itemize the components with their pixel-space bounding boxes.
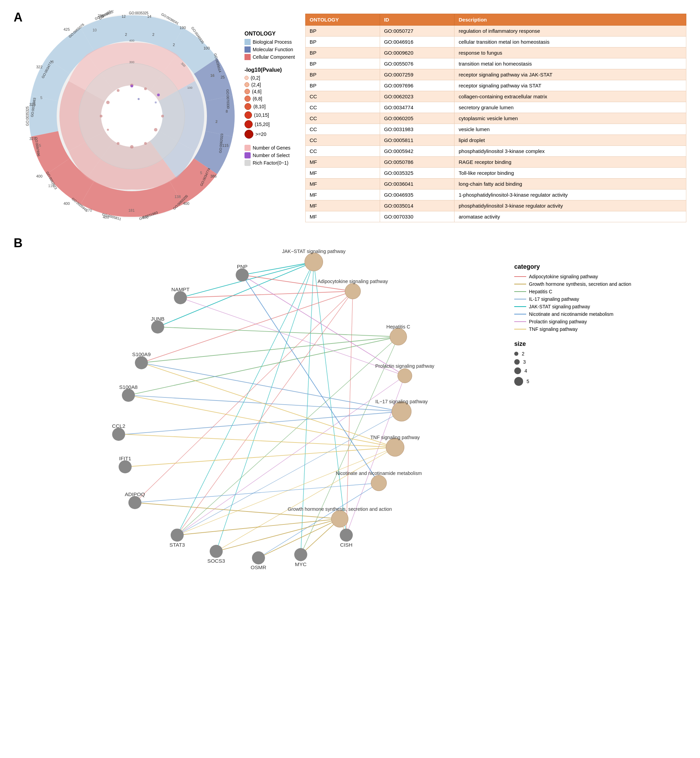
cell-0-1: GO:0050727 — [380, 26, 455, 36]
panel-a: A — [14, 10, 686, 222]
label-STAT3: STAT3 — [169, 542, 185, 548]
svg-text:181: 181 — [128, 208, 134, 213]
gene-CCL2 — [112, 428, 125, 441]
cat-line-tnf — [514, 329, 526, 330]
num-genes-color — [244, 145, 251, 151]
svg-text:2: 2 — [173, 43, 175, 47]
pvalue-8-10: (8,10] — [244, 103, 295, 110]
svg-text:322: 322 — [36, 65, 42, 69]
svg-text:GO:0070330: GO:0070330 — [226, 89, 230, 109]
label-prolactin: Prolactin signaling pathway — [375, 363, 435, 369]
cell-4-1: GO:0007259 — [380, 69, 455, 80]
pvalue-15-20: (15,20] — [244, 120, 295, 128]
table-row: MFGO:0035325Toll-like receptor binding — [305, 168, 686, 178]
svg-text:280: 280 — [98, 14, 104, 18]
cell-17-0: MF — [305, 211, 380, 222]
category-legend: category Adipocytokine signaling pathway… — [514, 236, 631, 389]
svg-text:386: 386 — [210, 174, 217, 178]
svg-text:170: 170 — [86, 208, 92, 213]
legend-item-cc: Cellular Component — [244, 54, 295, 60]
svg-text:400: 400 — [142, 215, 148, 219]
cat-line-il17 — [514, 299, 526, 299]
svg-point-4 — [101, 85, 162, 147]
pvalue-6-8-label: (6,8] — [253, 96, 262, 102]
svg-text:400: 400 — [129, 39, 134, 42]
gene-IFIT1 — [119, 460, 131, 473]
col-id: ID — [380, 14, 455, 26]
label-S100A9: S100A9 — [132, 351, 151, 357]
svg-text:400: 400 — [103, 215, 109, 219]
dot-2-4 — [244, 82, 249, 87]
cell-11-0: CC — [305, 146, 380, 157]
pvalue-0-2: (0,2] — [244, 75, 295, 81]
go-table-container: ONTOLOGY ID Description BPGO:0050727regu… — [305, 14, 686, 222]
svg-text:325: 325 — [30, 102, 36, 106]
svg-text:5: 5 — [39, 144, 41, 147]
pathway-jak-stat — [305, 253, 323, 271]
svg-point-11 — [100, 115, 102, 117]
size-label-3: 3 — [523, 359, 526, 365]
svg-text:3: 3 — [52, 60, 54, 64]
label-NAMPT: NAMPT — [172, 286, 189, 292]
legend-item-bp: Biological Process — [244, 39, 295, 45]
label-S100A8: S100A8 — [119, 384, 138, 390]
ontology-legend-title: ONTOLOGY — [244, 31, 295, 37]
cat-growth: Growth hormone synthesis, secretion and … — [514, 281, 631, 287]
svg-text:100: 100 — [187, 86, 192, 89]
cat-line-jak-stat — [514, 306, 526, 307]
cat-hepatitis: Hepatitis C — [514, 289, 631, 294]
pvalue-4-6-label: (4,6] — [252, 89, 262, 94]
size-2: 2 — [514, 351, 631, 356]
svg-text:400: 400 — [183, 202, 189, 206]
circos-svg: GO:0035325 GO:0050786 GO:0035325 GO:0036… — [26, 10, 238, 222]
svg-line-99 — [125, 411, 402, 434]
mf-label: Molecular Function — [253, 47, 293, 52]
svg-text:GO:0035325: GO:0035325 — [129, 11, 148, 15]
svg-line-90 — [128, 337, 398, 395]
table-row: BPGO:0050727regulation of inflammatory r… — [305, 26, 686, 36]
label-PNP: PNP — [237, 264, 248, 269]
pvalue-0-2-label: (0,2] — [251, 75, 260, 81]
panel-b-label: B — [14, 236, 22, 250]
cell-3-0: BP — [305, 58, 380, 69]
cat-line-growth — [514, 284, 526, 284]
cat-jak-stat: JAK-STAT signaling pathway — [514, 304, 631, 309]
cell-16-0: MF — [305, 200, 380, 211]
table-row: MFGO:00469351-phosphatidylinositol-3-kin… — [305, 189, 686, 200]
svg-line-75 — [242, 262, 314, 275]
svg-line-106 — [216, 447, 395, 552]
size-legend-title: size — [514, 341, 631, 348]
size-circle-4 — [514, 367, 521, 374]
network-container: PNP NAMPT JUNB S100A9 S100A8 CCL2 IFIT1 — [26, 236, 504, 577]
cat-label-jak-stat: JAK-STAT signaling pathway — [529, 304, 590, 309]
cell-4-0: BP — [305, 69, 380, 80]
cell-17-2: aromatase activity — [455, 211, 686, 222]
pvalue-2-4: (2,4] — [244, 82, 295, 88]
cell-11-2: phosphatidylinositol 3-kinase complex — [455, 146, 686, 157]
pathway-il17 — [392, 402, 411, 421]
pathway-hepatitis — [390, 328, 407, 345]
cat-label-adipocytokine: Adipocytokine signaling pathway — [529, 274, 598, 279]
label-OSMR: OSMR — [251, 564, 266, 570]
go-table: ONTOLOGY ID Description BPGO:0050727regu… — [305, 14, 686, 222]
gene-OSMR — [252, 552, 265, 564]
mf-color-box — [244, 47, 251, 53]
svg-text:138: 138 — [175, 195, 181, 199]
cell-16-1: GO:0035014 — [380, 200, 455, 211]
svg-line-83 — [180, 291, 353, 298]
svg-point-14 — [144, 142, 147, 145]
svg-text:GO:0035325: GO:0035325 — [26, 106, 30, 126]
cell-5-2: receptor signaling pathway via STAT — [455, 80, 686, 91]
svg-text:115: 115 — [222, 144, 228, 147]
cell-8-0: CC — [305, 113, 380, 124]
cell-6-1: GO:0062023 — [380, 91, 455, 102]
cell-5-1: GO:0097696 — [380, 80, 455, 91]
table-row: CCGO:0060205cytoplasmic vesicle lumen — [305, 113, 686, 124]
svg-text:300: 300 — [129, 61, 134, 64]
cell-17-1: GO:0070330 — [380, 211, 455, 222]
table-row: MFGO:0070330aromatase activity — [305, 211, 686, 222]
label-CISH: CISH — [340, 542, 352, 548]
svg-line-111 — [177, 519, 340, 535]
svg-text:12: 12 — [122, 14, 126, 19]
cat-label-hepatitis: Hepatitis C — [529, 289, 552, 294]
